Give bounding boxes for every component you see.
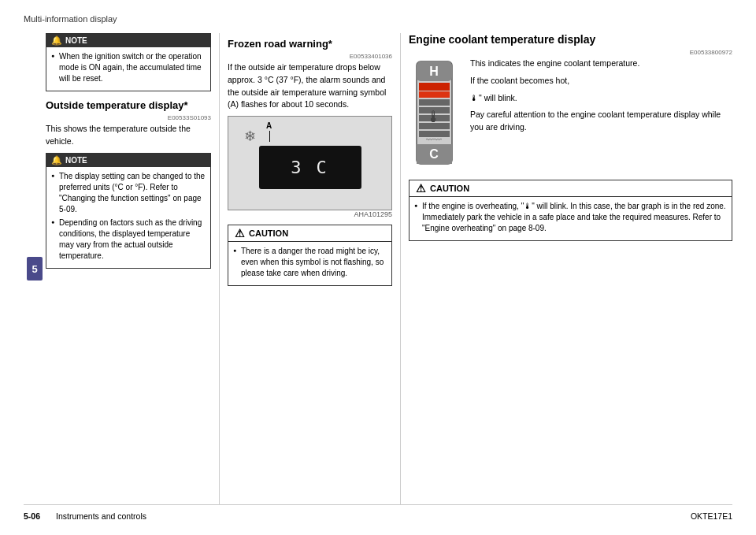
frozen-screen: 3 C <box>259 146 361 189</box>
coolant-body-2: If the coolant becomes hot, <box>470 75 732 87</box>
content-area: 5 🔔 NOTE When the ignition switch or the… <box>24 33 732 504</box>
left-sidebar: 5 <box>24 33 46 504</box>
columns-container: 🔔 NOTE When the ignition switch or the o… <box>46 33 732 504</box>
snowflake-icon: ❄ <box>244 128 256 145</box>
coolant-body-3: 🌡" will blink. <box>470 92 732 105</box>
frozen-code: E00533401036 <box>228 53 392 60</box>
frozen-caution-item-1: There is a danger the road might be icy,… <box>233 246 387 279</box>
chapter-number: 5 <box>27 257 43 281</box>
left-column: 🔔 NOTE When the ignition switch or the o… <box>46 33 219 504</box>
right-column: Engine coolant temperature display E0053… <box>400 33 732 504</box>
coolant-caution-header: ⚠ CAUTION <box>410 180 732 197</box>
frozen-diagram: A ❄ 3 C <box>228 116 392 210</box>
note-header-2: 🔔 NOTE <box>46 154 210 167</box>
svg-rect-3 <box>419 83 450 91</box>
note-item-2-1: The display setting can be changed to th… <box>51 171 206 215</box>
note-box-2: 🔔 NOTE The display setting can be change… <box>46 153 211 269</box>
caution-triangle-1: ⚠ <box>233 228 246 239</box>
coolant-gauge: H 🌡 〰〰 <box>409 58 464 173</box>
coolant-content-row: H 🌡 〰〰 <box>409 58 732 173</box>
header-title: Multi-information display <box>24 14 117 24</box>
note-content-2: The display setting can be changed to th… <box>46 167 210 268</box>
coolant-caution-label: CAUTION <box>430 184 469 193</box>
page-header: Multi-information display <box>24 14 732 27</box>
svg-text:〰〰: 〰〰 <box>426 136 442 144</box>
note-header-1: 🔔 NOTE <box>46 34 210 47</box>
frozen-title: Frozen road warning* <box>228 38 392 50</box>
caution-triangle-2: ⚠ <box>414 183 427 194</box>
frozen-body: If the outside air temperature drops bel… <box>228 61 392 111</box>
note-item-1-1: When the ignition switch or the operatio… <box>51 51 206 84</box>
arrow-line <box>269 131 270 142</box>
note-label-2: NOTE <box>65 156 87 165</box>
outside-temp-title: Outside temperature display* <box>46 99 211 111</box>
note-icon-1: 🔔 <box>51 35 62 46</box>
coolant-text-block: This indicates the engine coolant temper… <box>470 58 732 139</box>
coolant-body-1: This indicates the engine coolant temper… <box>470 58 732 70</box>
frozen-caution-box: ⚠ CAUTION There is a danger the road mig… <box>228 225 392 286</box>
coolant-title: Engine coolant temperature display <box>409 33 732 46</box>
svg-text:🌡: 🌡 <box>426 108 442 125</box>
coolant-gauge-svg: H 🌡 〰〰 <box>409 58 464 172</box>
frozen-caution-label: CAUTION <box>249 228 288 238</box>
page: Multi-information display 5 🔔 NOTE <box>0 0 756 535</box>
frozen-caution-header: ⚠ CAUTION <box>228 225 391 242</box>
note-item-2-2: Depending on factors such as the driving… <box>51 217 206 262</box>
middle-column: Frozen road warning* E00533401036 If the… <box>219 33 400 504</box>
frozen-caution-content: There is a danger the road might be icy,… <box>228 242 391 285</box>
coolant-body-4: Pay careful attention to the engine cool… <box>470 109 732 134</box>
coolant-caution-item-1: If the engine is overheating, "🌡" will b… <box>414 201 727 234</box>
coolant-caution-box: ⚠ CAUTION If the engine is overheating, … <box>409 180 732 241</box>
coolant-caution-content: If the engine is overheating, "🌡" will b… <box>410 197 732 240</box>
diagram-ref: AHA101295 <box>228 210 392 218</box>
frozen-diagram-container: A ❄ 3 C AHA101295 <box>228 116 392 218</box>
page-number: 5-06 <box>24 511 40 521</box>
outside-temp-body: This shows the temperature outside the v… <box>46 123 211 148</box>
note-label-1: NOTE <box>65 36 87 45</box>
svg-rect-5 <box>419 99 450 106</box>
frozen-display-text: 3 C <box>291 158 329 177</box>
note-box-1: 🔔 NOTE When the ignition switch or the o… <box>46 33 211 91</box>
blink-symbol: 🌡 <box>470 93 479 102</box>
footer-section: Instruments and controls <box>56 511 146 521</box>
svg-rect-4 <box>419 91 450 98</box>
svg-text:C: C <box>429 147 439 161</box>
sidebar-number-container: 5 <box>24 33 46 504</box>
outside-temp-code: E00533S01093 <box>46 114 211 121</box>
note-content-1: When the ignition switch or the operatio… <box>46 47 210 91</box>
footer-left: 5-06 Instruments and controls <box>24 511 146 521</box>
coolant-code: E00533800972 <box>409 49 732 56</box>
note-icon-2: 🔔 <box>51 155 62 165</box>
arrow-label: A <box>266 121 272 130</box>
footer-doc-id: OKTE17E1 <box>691 511 732 521</box>
page-footer: 5-06 Instruments and controls OKTE17E1 <box>24 504 732 521</box>
svg-text:H: H <box>429 65 439 78</box>
